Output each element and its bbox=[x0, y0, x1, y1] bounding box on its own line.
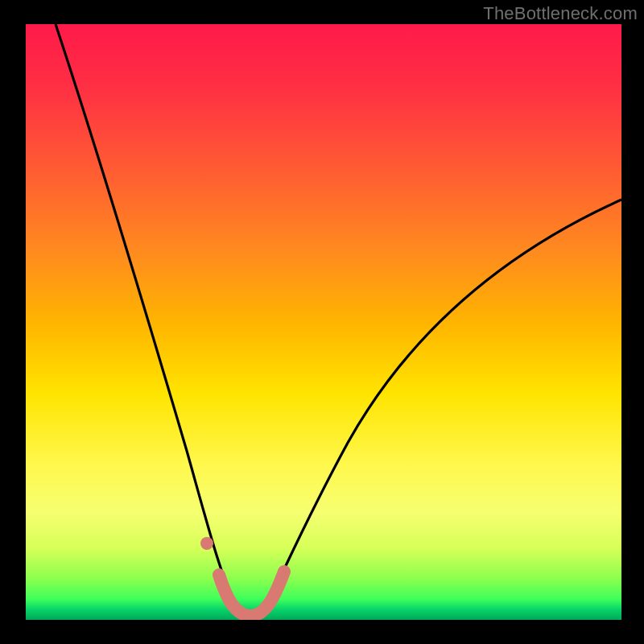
chart-frame: TheBottleneck.com bbox=[0, 0, 644, 644]
curve-highlight bbox=[219, 572, 284, 616]
watermark-text: TheBottleneck.com bbox=[483, 3, 638, 24]
bottleneck-curve bbox=[26, 24, 621, 620]
highlight-marker-dot bbox=[200, 537, 213, 550]
plot-area bbox=[26, 24, 621, 620]
curve-path bbox=[56, 24, 621, 614]
